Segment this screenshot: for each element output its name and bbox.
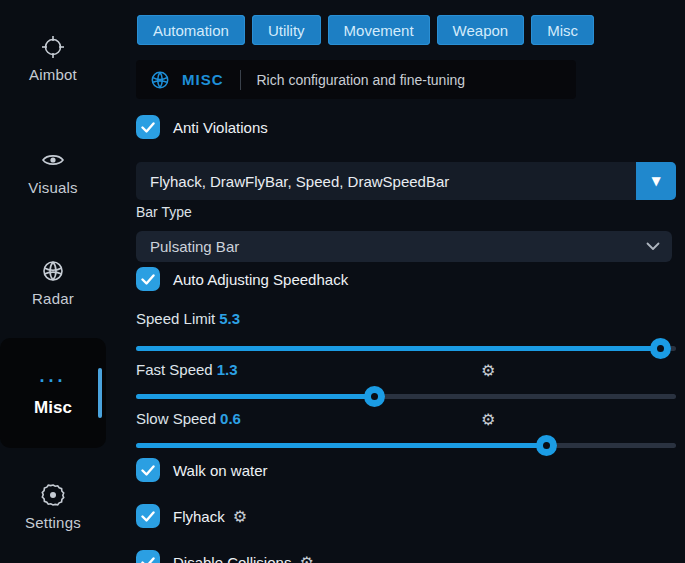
gear-icon <box>40 482 66 508</box>
slider-thumb[interactable] <box>536 435 557 456</box>
slow-speed-value: 0.6 <box>220 410 241 427</box>
checkbox-checked-icon[interactable] <box>136 504 160 528</box>
speed-limit-value: 5.3 <box>219 310 240 327</box>
gear-icon[interactable]: ⚙ <box>233 507 247 526</box>
sidebar-item-visuals[interactable]: Visuals <box>0 147 106 197</box>
checkbox-checked-icon[interactable] <box>136 267 160 291</box>
slider-fill <box>136 394 374 399</box>
sidebar-item-aimbot[interactable]: Aimbot <box>0 34 106 84</box>
tab-weapon[interactable]: Weapon <box>437 15 525 45</box>
speed-limit-label: Speed Limit5.3 <box>136 310 240 327</box>
sidebar-item-settings[interactable]: Settings <box>0 482 106 532</box>
sidebar-item-label: Radar <box>32 290 74 307</box>
eye-icon <box>40 147 66 173</box>
slider-thumb[interactable] <box>650 338 671 359</box>
globe-icon <box>40 258 66 284</box>
checkbox-label: Walk on water <box>173 462 267 479</box>
checkbox-checked-icon[interactable] <box>136 458 160 482</box>
checkbox-checked-icon[interactable] <box>136 550 160 563</box>
app-window: Aimbot Visuals Radar ... Misc <box>0 0 685 563</box>
tab-movement[interactable]: Movement <box>328 15 430 45</box>
checkbox-label: Disable Collisions <box>173 554 291 563</box>
checkbox-checked-icon[interactable] <box>136 115 160 139</box>
walk-on-water-checkbox-row[interactable]: Walk on water <box>136 458 267 482</box>
sidebar-item-misc-active[interactable] <box>0 338 106 448</box>
multiselect-value: Flyhack, DrawFlyBar, Speed, DrawSpeedBar <box>150 173 449 190</box>
tab-misc[interactable]: Misc <box>531 15 594 45</box>
fast-speed-label: Fast Speed1.3 <box>136 361 238 378</box>
sidebar-item-label: Visuals <box>28 179 77 196</box>
section-subtitle: Rich configuration and fine-tuning <box>257 72 466 88</box>
gear-icon[interactable]: ⚙ <box>481 410 495 429</box>
sidebar-item-label: Misc <box>0 398 106 418</box>
sidebar-item-label: Settings <box>25 514 81 531</box>
divider <box>240 70 241 90</box>
fast-speed-value: 1.3 <box>217 361 238 378</box>
crosshair-icon <box>40 34 66 60</box>
disable-collisions-checkbox-row[interactable]: Disable Collisions ⚙ <box>136 550 314 563</box>
slow-speed-slider[interactable] <box>136 435 676 455</box>
anti-violations-checkbox-row[interactable]: Anti Violations <box>136 115 268 139</box>
flyhack-checkbox-row[interactable]: Flyhack ⚙ <box>136 504 247 528</box>
checkbox-label: Auto Adjusting Speedhack <box>173 271 348 288</box>
slider-fill <box>136 443 546 448</box>
gear-icon[interactable]: ⚙ <box>481 361 495 380</box>
speed-limit-slider[interactable] <box>136 338 676 358</box>
checkbox-label: Anti Violations <box>173 119 268 136</box>
fast-speed-slider[interactable] <box>136 386 676 406</box>
bars-multiselect[interactable]: Flyhack, DrawFlyBar, Speed, DrawSpeedBar… <box>136 162 676 200</box>
section-header: MISC Rich configuration and fine-tuning <box>136 60 576 99</box>
tab-utility[interactable]: Utility <box>252 15 321 45</box>
section-title: MISC <box>182 71 224 88</box>
triangle-down-icon[interactable]: ▼ <box>636 162 676 200</box>
bar-type-select[interactable]: Pulsating Bar <box>136 231 672 262</box>
sidebar-item-label: Aimbot <box>29 66 77 83</box>
globe-icon <box>150 70 170 90</box>
tab-automation[interactable]: Automation <box>137 15 245 45</box>
ellipsis-icon: ... <box>0 366 106 387</box>
category-tabs: Automation Utility Movement Weapon Misc <box>137 15 594 45</box>
select-value: Pulsating Bar <box>150 238 239 255</box>
gear-icon[interactable]: ⚙ <box>299 553 313 563</box>
sidebar: Aimbot Visuals Radar ... Misc <box>0 0 130 563</box>
slider-thumb[interactable] <box>364 386 385 407</box>
slow-speed-label: Slow Speed0.6 <box>136 410 241 427</box>
auto-adjusting-speedhack-checkbox-row[interactable]: Auto Adjusting Speedhack <box>136 267 348 291</box>
bar-type-label: Bar Type <box>136 204 192 220</box>
slider-fill <box>136 346 660 351</box>
sidebar-item-radar[interactable]: Radar <box>0 258 106 308</box>
checkbox-label: Flyhack <box>173 508 225 525</box>
chevron-down-icon <box>646 242 660 251</box>
